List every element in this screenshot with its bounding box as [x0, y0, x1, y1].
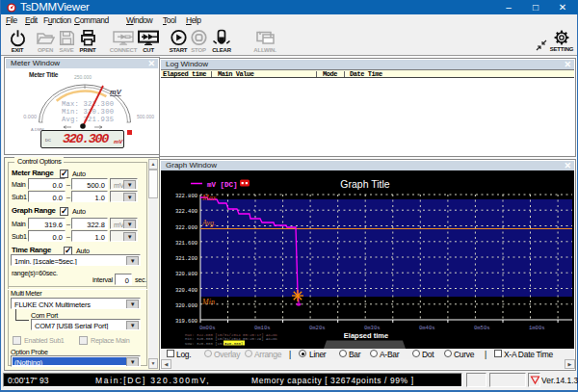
svg-text:320.000: 320.000	[175, 302, 197, 309]
svg-text:0m00s: 0m00s	[199, 325, 216, 331]
svg-text:Graph Title: Graph Title	[340, 178, 390, 190]
svg-text:0m40s: 0m40s	[419, 325, 435, 331]
svg-text:322.000: 322.000	[175, 224, 197, 231]
svg-text:500.000: 500.000	[137, 114, 154, 119]
svg-text:322.800: 322.800	[175, 193, 197, 199]
svg-text:1m00s: 1m00s	[529, 325, 545, 331]
svg-text:321.600: 321.600	[175, 240, 197, 247]
svg-text:0m50s: 0m50s	[474, 325, 490, 331]
svg-text:Elapsed time: Elapsed time	[344, 331, 388, 340]
svg-text:0m20s: 0m20s	[309, 325, 326, 331]
svg-text:319.600: 319.600	[175, 318, 197, 325]
svg-text:Min: Min	[201, 298, 215, 306]
svg-text:Now: 320.300 [10/31: Now: 320.300 [10/31	[185, 342, 229, 346]
svg-text:320.300]: 320.300]	[224, 342, 243, 346]
svg-text:mV [DC]: mV [DC]	[207, 181, 238, 189]
svg-text:mV: mV	[110, 88, 122, 96]
svg-text:321.200: 321.200	[175, 255, 197, 262]
svg-text:320.800: 320.800	[175, 271, 197, 277]
svg-text:Min: 320.300: Min: 320.300	[62, 108, 114, 116]
svg-text:Min: 320.300 [10/31/2014 05:20: Min: 320.300 [10/31/2014 05:20:29] AC+DC	[185, 337, 278, 341]
svg-text:0.000: 0.000	[23, 114, 37, 119]
svg-text:322.400: 322.400	[175, 208, 197, 215]
svg-text:0m30s: 0m30s	[364, 325, 381, 331]
svg-text:Meter Title: Meter Title	[29, 71, 59, 78]
svg-text:Max: Max	[201, 194, 217, 202]
svg-text:0m10s: 0m10s	[254, 325, 271, 331]
svg-text:Max: 322.300: Max: 322.300	[62, 100, 114, 108]
svg-text:250.000: 250.000	[74, 74, 92, 80]
svg-text:320.400: 320.400	[175, 287, 197, 294]
svg-text:Avg.: Avg.	[201, 219, 216, 227]
